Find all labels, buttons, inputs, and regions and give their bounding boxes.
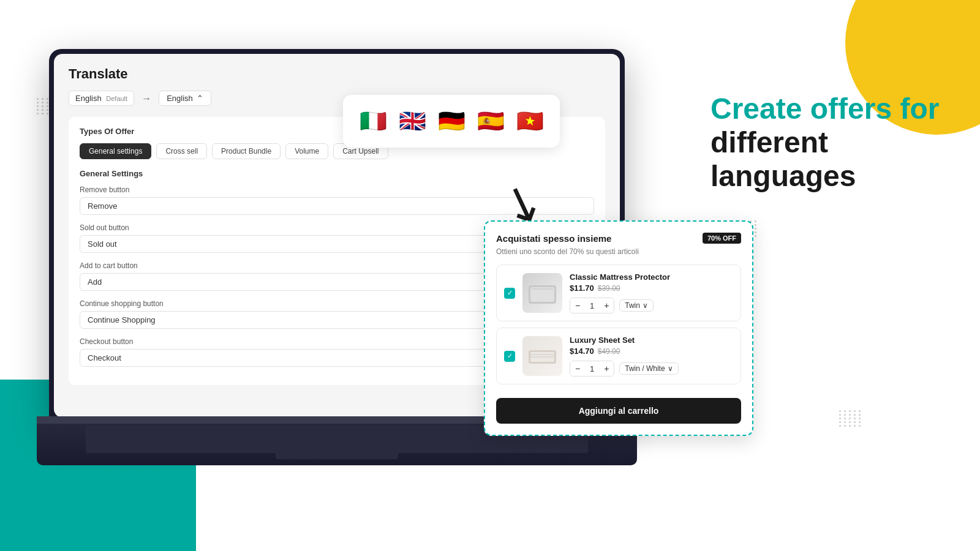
flag-germany[interactable]: 🇩🇪 [436, 106, 467, 137]
product-1-qty-value: 1 [585, 301, 599, 310]
flag-vietnam[interactable]: 🇻🇳 [514, 106, 545, 137]
tab-product-bundle[interactable]: Product Bundle [212, 143, 281, 159]
product-2-price: $14.70 [570, 347, 594, 356]
flags-panel: 🇮🇹 🇬🇧 🇩🇪 🇪🇸 🇻🇳 [343, 95, 560, 148]
laptop-touchpad [276, 447, 398, 459]
product-1-info: Classic Mattress Protector $11.70 $39.00… [570, 272, 733, 313]
product-1-image [522, 273, 562, 313]
headline: Create offers for different languages [710, 92, 943, 193]
product-2-controls: − 1 + Twin / White ∨ [570, 361, 733, 377]
widget-header: Acquistati spesso insieme 70% OFF [496, 233, 741, 244]
product-1-prices: $11.70 $39.00 [570, 283, 733, 293]
widget-subtitle: Ottieni uno sconto del 70% su questi art… [496, 247, 741, 256]
product-2-prices: $14.70 $49.00 [570, 347, 733, 356]
product-2-image [522, 336, 562, 376]
product-1-qty-minus[interactable]: − [570, 298, 585, 313]
product-1-price: $11.70 [570, 283, 594, 293]
target-lang-select[interactable]: English ⌃ [159, 91, 211, 106]
svg-rect-2 [532, 288, 553, 290]
right-panel: Create offers for different languages [710, 92, 943, 193]
tab-volume[interactable]: Volume [285, 143, 328, 159]
flag-italy[interactable]: 🇮🇹 [358, 106, 388, 137]
product-2-checkbox[interactable] [504, 351, 515, 362]
flag-spain[interactable]: 🇪🇸 [475, 106, 506, 137]
product-1-checkbox[interactable] [504, 288, 515, 299]
product-2-variant[interactable]: Twin / White ∨ [619, 362, 678, 375]
product-2-original-price: $49.00 [598, 347, 620, 356]
source-lang-label: English Default [69, 91, 134, 106]
product-1-original-price: $39.00 [598, 284, 620, 293]
product-1-controls: − 1 + Twin ∨ [570, 298, 733, 313]
product-2-qty-minus[interactable]: − [570, 361, 585, 376]
product-card-1: Classic Mattress Protector $11.70 $39.00… [496, 264, 741, 321]
headline-line2: different [710, 126, 828, 159]
product-2-qty[interactable]: − 1 + [570, 361, 614, 377]
dots-bottom-right [839, 410, 858, 429]
product-widget: Acquistati spesso insieme 70% OFF Ottien… [484, 220, 753, 436]
product-card-2: Luxury Sheet Set $14.70 $49.00 − 1 + Twi… [496, 328, 741, 384]
tab-general-settings[interactable]: General settings [80, 143, 151, 159]
add-to-cart-button[interactable]: Aggiungi al carrello [496, 398, 741, 424]
product-2-info: Luxury Sheet Set $14.70 $49.00 − 1 + Twi… [570, 335, 733, 377]
product-1-variant[interactable]: Twin ∨ [619, 299, 654, 312]
product-2-qty-value: 1 [585, 364, 599, 373]
product-2-name: Luxury Sheet Set [570, 335, 733, 345]
product-1-name: Classic Mattress Protector [570, 272, 733, 282]
app-title: Translate [69, 66, 605, 82]
product-2-qty-plus[interactable]: + [599, 361, 614, 376]
product-1-qty-plus[interactable]: + [599, 298, 614, 313]
lang-arrow: → [141, 93, 151, 104]
widget-title: Acquistati spesso insieme [496, 233, 611, 244]
product-1-qty[interactable]: − 1 + [570, 298, 614, 313]
tab-cross-sell[interactable]: Cross sell [156, 143, 207, 159]
headline-line3: languages [710, 160, 856, 192]
flag-uk[interactable]: 🇬🇧 [397, 106, 428, 137]
headline-line1: Create offers for [710, 92, 939, 125]
discount-badge: 70% OFF [703, 233, 741, 244]
